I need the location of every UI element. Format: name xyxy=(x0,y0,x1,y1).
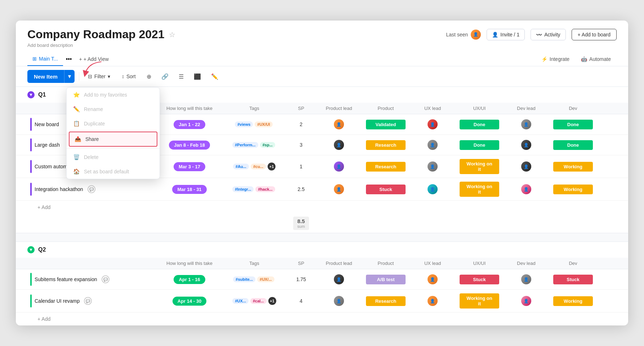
col-product-lead: Product lead xyxy=(316,103,362,114)
col-dev: Dev xyxy=(550,103,596,114)
avatar: 👤 xyxy=(521,184,531,194)
product-cell[interactable]: Research xyxy=(362,158,409,175)
new-item-caret[interactable]: ▾ xyxy=(64,70,75,83)
dev-cell[interactable]: Working xyxy=(550,158,596,175)
dev-cell[interactable]: Stuck xyxy=(550,271,596,288)
menu-item-share[interactable]: 📤 Share xyxy=(69,132,157,147)
ux-ui-cell[interactable]: Done xyxy=(456,137,503,154)
dev-lead-cell: 👤 xyxy=(503,181,550,198)
ux-lead-cell: 👤 xyxy=(409,158,456,175)
ux-ui-cell[interactable]: Done xyxy=(456,116,503,133)
avatar: 👤 xyxy=(521,140,531,150)
dev-cell[interactable]: Done xyxy=(550,116,596,133)
new-item-label[interactable]: New Item xyxy=(27,70,64,83)
q2-col-headers: How long will this take Tags SP Product … xyxy=(16,258,628,269)
chat-icon[interactable]: 💬 xyxy=(84,297,92,305)
ux-ui-cell[interactable]: Stuck xyxy=(456,271,503,288)
tab-more-button[interactable]: ••• xyxy=(63,53,75,65)
table-row[interactable]: Integration hackathon 💬 Mar 18 - 31 #Int… xyxy=(16,178,628,201)
avatar: 👤 xyxy=(428,296,438,306)
automate-icon: 🤖 xyxy=(581,56,587,62)
add-icon: + xyxy=(79,56,82,62)
product-lead-cell: 👤 xyxy=(316,292,362,310)
menu-item-duplicate[interactable]: 📋 Duplicate xyxy=(67,116,160,131)
menu-item-set-default[interactable]: 🏠 Set as board default xyxy=(67,164,160,179)
new-item-button[interactable]: New Item ▾ xyxy=(27,70,75,83)
filter-caret: ▾ xyxy=(108,74,110,79)
product-cell[interactable]: Research xyxy=(362,137,409,154)
menu-item-rename[interactable]: ✏️ Rename xyxy=(67,102,160,116)
group-toggle-q1[interactable]: ▼ xyxy=(27,91,35,98)
avatar: 👤 xyxy=(334,119,344,129)
product-lead-cell: 👤 xyxy=(316,181,362,198)
tags-cell: #Perform... #sp... xyxy=(222,138,287,151)
col-name xyxy=(27,258,157,269)
q2-table: How long will this take Tags SP Product … xyxy=(16,258,628,325)
ux-lead-cell: 👤 xyxy=(409,116,456,133)
rows-icon-button[interactable]: ☰ xyxy=(175,71,187,83)
integrate-button[interactable]: ⚡ Integrate xyxy=(538,54,572,64)
row-name-cell: Integration hackathon 💬 xyxy=(27,179,157,199)
add-row-q2[interactable]: + Add xyxy=(16,312,628,325)
sp-cell: 3 xyxy=(287,138,316,151)
color-icon-button[interactable]: ⬛ xyxy=(190,71,205,83)
sp-cell: 2 xyxy=(287,118,316,131)
table-row[interactable]: Calendar UI revamp 💬 Apr 14 - 30 #UX... … xyxy=(16,290,628,312)
product-cell[interactable]: Research xyxy=(362,293,409,310)
last-seen: Last seen 👤 xyxy=(446,30,481,40)
last-seen-avatar: 👤 xyxy=(471,30,481,40)
sp-cell: 1.75 xyxy=(287,273,316,286)
dev-cell[interactable]: Working xyxy=(550,181,596,198)
board-description[interactable]: Add board description xyxy=(27,43,617,48)
share-icon: 📤 xyxy=(75,136,81,142)
chat-icon[interactable]: 💬 xyxy=(102,275,109,283)
star-icon[interactable]: ☆ xyxy=(169,30,175,39)
ux-ui-cell[interactable]: Working on it xyxy=(456,178,503,200)
chat-icon[interactable]: 💬 xyxy=(88,185,95,193)
edit-icon-button[interactable]: ✏️ xyxy=(207,71,222,83)
dev-lead-cell: 👤 xyxy=(503,271,550,288)
tags-cell: #subite... #UX/... xyxy=(222,273,287,286)
table-row[interactable]: Subitems feature expansion 💬 Apr 1 - 16 … xyxy=(16,269,628,290)
ux-lead-cell: 👤 xyxy=(409,136,456,154)
delete-icon: 🗑️ xyxy=(73,154,80,160)
sp-cell: 1 xyxy=(287,160,316,173)
menu-item-favorites[interactable]: ⭐ Add to my favorites xyxy=(67,88,160,102)
ux-ui-cell[interactable]: Working on it xyxy=(456,290,503,312)
ux-ui-cell[interactable]: Working on it xyxy=(456,155,503,178)
menu-item-delete[interactable]: 🗑️ Delete xyxy=(67,150,160,164)
col-dev-lead: Dev lead xyxy=(503,103,550,114)
link-icon-button[interactable]: 🔗 xyxy=(158,71,172,83)
product-cell[interactable]: Stuck xyxy=(362,181,409,198)
invite-button[interactable]: 👤 Invite / 1 xyxy=(487,29,525,40)
rename-icon: ✏️ xyxy=(73,106,80,112)
add-to-board-button[interactable]: + Add to board xyxy=(572,29,617,40)
avatar: 👤 xyxy=(428,119,438,129)
main-tab[interactable]: ⊞ Main T... xyxy=(27,52,63,66)
pin-icon-button[interactable]: ⊕ xyxy=(143,71,155,83)
date-cell: Mar 18 - 31 xyxy=(157,181,222,198)
dev-cell[interactable]: Working xyxy=(550,293,596,310)
dev-cell[interactable]: Done xyxy=(550,137,596,154)
tags-cell: #views #UX/UI xyxy=(222,118,287,131)
activity-button[interactable]: 〰️ Activity xyxy=(531,29,565,40)
ux-lead-cell: 👤 xyxy=(409,292,456,310)
col-tags: Tags xyxy=(222,103,287,114)
avatar: 👤 xyxy=(521,161,531,172)
tags-cell: #UX... #cal... +1 xyxy=(222,293,287,309)
add-row-q1[interactable]: + Add xyxy=(16,201,628,214)
product-cell[interactable]: A/B test xyxy=(362,271,409,288)
tags-cell: #Integr... #hack... xyxy=(222,183,287,196)
group-toggle-q2[interactable]: ▼ xyxy=(27,246,35,253)
home-icon: 🏠 xyxy=(73,168,80,175)
avatar: 👤 xyxy=(334,184,344,194)
avatar: 👤 xyxy=(428,274,438,284)
avatar: 👤 xyxy=(428,161,438,172)
product-cell[interactable]: Validated xyxy=(362,116,409,133)
sort-button[interactable]: ↕ Sort xyxy=(117,71,140,82)
more-icon: ••• xyxy=(66,56,72,62)
product-lead-cell: 👤 xyxy=(316,158,362,175)
col-product: Product xyxy=(362,258,409,269)
automate-button[interactable]: 🤖 Automate xyxy=(578,54,614,64)
col-product-lead: Product lead xyxy=(316,258,362,269)
